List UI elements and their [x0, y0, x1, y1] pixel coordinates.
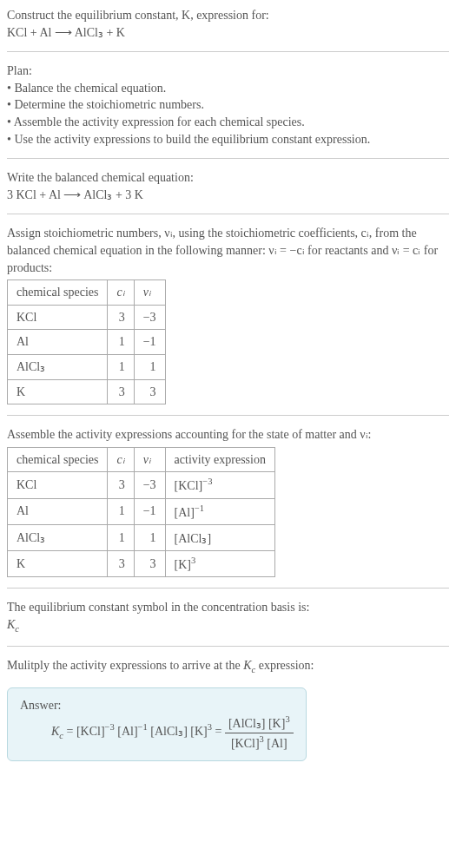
eq-part: [AlCl₃] [K] [148, 725, 208, 738]
col-vi-text: νᵢ [143, 286, 151, 299]
num-sup: 3 [285, 714, 289, 724]
answer-expression: Kc = [KCl]−3 [Al]−1 [AlCl₃] [K]3 = [AlCl… [51, 713, 294, 752]
col-ci: cᵢ [108, 447, 134, 472]
cell-species: K [8, 379, 108, 404]
cell-species: KCl [8, 305, 108, 330]
plan-heading: Plan: [7, 62, 449, 80]
table-row: K 3 3 [K]3 [8, 551, 275, 577]
eq-sup: −1 [138, 723, 148, 733]
expr-sup: −3 [202, 477, 212, 486]
activity-section: Assemble the activity expressions accoun… [7, 426, 449, 577]
cell-vi: 1 [134, 354, 165, 379]
frac-numerator: [AlCl₃] [K]3 [225, 713, 294, 733]
intro-equation: KCl + Al ⟶ AlCl₃ + K [7, 24, 449, 42]
col-ci-text: cᵢ [116, 286, 124, 299]
cell-vi: −1 [134, 498, 165, 524]
cell-species: AlCl₃ [8, 524, 108, 550]
cell-ci: 3 [108, 305, 134, 330]
cell-vi: −1 [134, 330, 165, 355]
den-part: [Al] [264, 736, 287, 749]
cell-ci: 1 [108, 524, 134, 550]
cell-expr: [KCl]−3 [165, 472, 274, 498]
expr-base: [AlCl₃] [175, 531, 212, 544]
cell-vi: −3 [134, 472, 165, 498]
multiply-section: Mulitply the activity expressions to arr… [7, 657, 449, 676]
cell-vi: 1 [134, 524, 165, 550]
col-species: chemical species [8, 280, 108, 306]
col-species: chemical species [8, 447, 108, 472]
cell-species: Al [8, 330, 108, 355]
answer-label: Answer: [20, 697, 294, 714]
expr-sup: −1 [195, 503, 204, 513]
plan-item: • Use the activity expressions to build … [7, 131, 449, 148]
table-row: AlCl₃ 1 1 [AlCl₃] [8, 524, 275, 550]
cell-ci: 1 [108, 498, 134, 524]
fraction: [AlCl₃] [K]3[KCl]3 [Al] [225, 713, 294, 752]
kc-lhs: Kc [51, 725, 63, 738]
plan-list: • Balance the chemical equation. • Deter… [7, 80, 449, 148]
cell-species: KCl [8, 472, 108, 498]
col-vi-text: νᵢ [143, 453, 151, 466]
eq-part: = [KCl] [63, 725, 105, 738]
divider [7, 415, 449, 416]
expr-base: [K] [175, 558, 191, 571]
symbol-value: Kc [7, 616, 449, 635]
den-part: [KCl] [231, 736, 260, 749]
table-row: AlCl₃ 1 1 [8, 354, 166, 379]
num-part: [AlCl₃] [K] [228, 717, 286, 730]
divider [7, 158, 449, 159]
cell-ci: 3 [108, 379, 134, 404]
table-header-row: chemical species cᵢ νᵢ activity expressi… [8, 447, 275, 472]
table-row: Al 1 −1 [Al]−1 [8, 498, 275, 524]
cell-ci: 3 [108, 472, 134, 498]
symbol-section: The equilibrium constant symbol in the c… [7, 599, 449, 635]
col-vi: νᵢ [134, 280, 165, 306]
eq-part: = [212, 725, 225, 738]
symbol-text: The equilibrium constant symbol in the c… [7, 599, 449, 616]
col-ci: cᵢ [108, 280, 134, 306]
divider [7, 588, 449, 589]
table-row: Al 1 −1 [8, 330, 166, 355]
stoich-section: Assign stoichiometric numbers, νᵢ, using… [7, 225, 449, 404]
col-activity: activity expression [165, 447, 274, 472]
eq-part: [Al] [115, 725, 138, 738]
cell-ci: 1 [108, 330, 134, 355]
cell-species: AlCl₃ [8, 354, 108, 379]
eq-sup: −3 [105, 723, 115, 733]
cell-species: Al [8, 498, 108, 524]
divider [7, 51, 449, 52]
balanced-equation: 3 KCl + Al ⟶ AlCl₃ + 3 K [7, 187, 449, 204]
expr-base: [KCl] [175, 479, 203, 492]
balanced-heading: Write the balanced chemical equation: [7, 169, 449, 187]
col-vi: νᵢ [134, 447, 165, 472]
expr-sup: 3 [191, 556, 195, 565]
plan-item: • Balance the chemical equation. [7, 80, 449, 97]
stoich-text: Assign stoichiometric numbers, νᵢ, using… [7, 225, 449, 276]
expr-base: [Al] [175, 505, 195, 518]
divider [7, 646, 449, 647]
balanced-section: Write the balanced chemical equation: 3 … [7, 169, 449, 203]
activity-text: Assemble the activity expressions accoun… [7, 426, 449, 444]
activity-table: chemical species cᵢ νᵢ activity expressi… [7, 447, 275, 578]
table-row: K 3 3 [8, 379, 166, 404]
cell-vi: −3 [134, 305, 165, 330]
plan-section: Plan: • Balance the chemical equation. •… [7, 62, 449, 148]
cell-ci: 1 [108, 354, 134, 379]
cell-vi: 3 [134, 379, 165, 404]
intro-equation-text: KCl + Al ⟶ AlCl₃ + K [7, 26, 125, 39]
col-ci-text: cᵢ [116, 453, 124, 466]
cell-species: K [8, 551, 108, 577]
divider [7, 214, 449, 214]
stoich-table: chemical species cᵢ νᵢ KCl 3 −3 Al 1 −1 … [7, 279, 166, 404]
cell-vi: 3 [134, 551, 165, 577]
kc-c: c [15, 624, 19, 634]
plan-item: • Assemble the activity expression for e… [7, 114, 449, 131]
table-row: KCl 3 −3 [8, 305, 166, 330]
table-header-row: chemical species cᵢ νᵢ [8, 280, 166, 306]
plan-item: • Determine the stoichiometric numbers. [7, 96, 449, 114]
kc-k: K [7, 618, 15, 631]
cell-ci: 3 [108, 551, 134, 577]
table-row: KCl 3 −3 [KCl]−3 [8, 472, 275, 498]
intro-line1-text: Construct the equilibrium constant, K, e… [7, 9, 269, 22]
kc-k: K [51, 725, 59, 738]
